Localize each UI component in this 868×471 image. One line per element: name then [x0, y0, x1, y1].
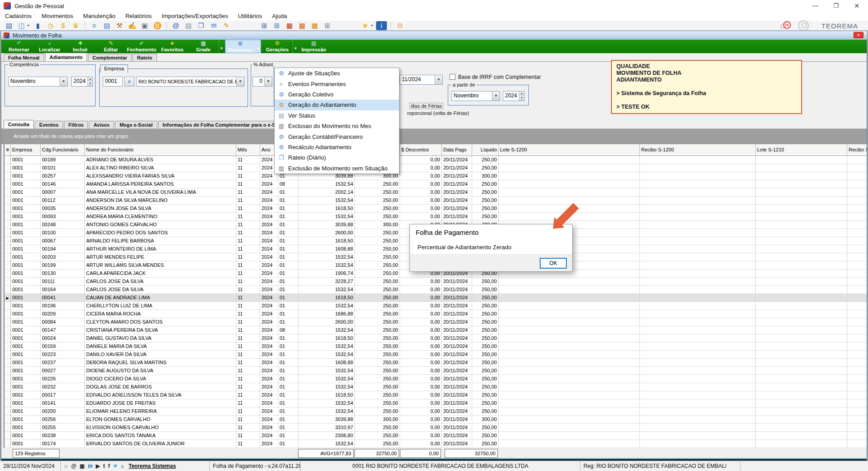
green-toolbar-button[interactable]: ✎ Editar ▼: [96, 40, 126, 53]
menu-item[interactable]: ▤ Ver Status: [275, 110, 399, 121]
empresa-name-select[interactable]: RIO BONITO NORDESTE FABRICACAO DE EMB▼: [136, 77, 244, 87]
table-row[interactable]: 0001 00232 DOGLAS JOSE DE BARROS 11 2024…: [5, 383, 867, 391]
award-icon[interactable]: ♛: [70, 21, 81, 30]
empresa-tab[interactable]: Empresa: [100, 64, 128, 73]
empresa-code-field[interactable]: 0001: [103, 77, 123, 87]
dropdown-caret-icon[interactable]: ▼: [219, 40, 224, 53]
report-icon[interactable]: ❒: [196, 21, 207, 30]
list-icon[interactable]: ≡: [89, 21, 100, 30]
table-row[interactable]: 0001 00237 DEBORA RAQUEL SILVA MARTINS 1…: [5, 359, 867, 367]
structure-icon[interactable]: ◫: [16, 21, 27, 30]
lock-icon[interactable]: ▩: [309, 21, 320, 30]
adiant-select[interactable]: 0▼: [253, 77, 272, 87]
table-row[interactable]: 0001 00200 ELIOMAR HELENO FERREIRA 11 20…: [5, 407, 867, 416]
table-row[interactable]: 0001 00007 ANA MARCELLE VILA NOVA DE OLI…: [5, 188, 867, 197]
competencia-year-stepper[interactable]: 2024 ▲▼: [71, 77, 93, 87]
column-header-descontos[interactable]: $ Descontos: [400, 144, 442, 156]
table-row[interactable]: 0001 00189 ADRIANO DE MOURA ALVES 11 202…: [5, 156, 867, 164]
structure-caret-icon[interactable]: ▾: [26, 21, 31, 30]
user-avatar[interactable]: [798, 20, 809, 31]
column-header-mes[interactable]: Mês: [236, 144, 260, 156]
favorites-icon[interactable]: ★: [360, 21, 371, 30]
table-row[interactable]: 0001 00141 EDUARDO JOSE DE FREITAS 11 20…: [5, 399, 867, 407]
column-header-indicator[interactable]: ≣: [5, 144, 11, 156]
menubar-item[interactable]: Cadastros: [0, 12, 37, 21]
chevron-down-icon[interactable]: ▼: [236, 77, 244, 86]
menubar-item[interactable]: Importações/Exportações: [156, 12, 233, 21]
power-icon[interactable]: ⊙: [395, 21, 405, 30]
sub-tab[interactable]: Informações de Folha Complementar para o…: [158, 121, 291, 128]
sub-tab[interactable]: Consulta: [4, 120, 34, 128]
table-row[interactable]: 0001 00256 ELTON GOMES CARVALHO 11 2024 …: [5, 416, 867, 424]
green-toolbar-button[interactable]: ▦ Grade ▼: [188, 40, 224, 53]
green-toolbar-button[interactable]: ⚙ Processos ▼: [225, 40, 261, 53]
column-header-data-pago[interactable]: Data Pago: [442, 144, 472, 156]
menu-item[interactable]: ⚙ Ajuste de Situações: [275, 68, 399, 78]
close-button[interactable]: ✕: [846, 0, 867, 12]
menubar-item[interactable]: Ajuda: [267, 12, 292, 21]
main-tab[interactable]: Complementar: [88, 54, 132, 61]
spacer[interactable]: [335, 21, 358, 30]
at-icon[interactable]: @: [170, 21, 181, 30]
review-icon[interactable]: ✍: [127, 21, 138, 30]
green-toolbar-button[interactable]: ✚ Incluir ▼: [65, 40, 95, 53]
chevron-down-icon[interactable]: ▼: [264, 77, 272, 86]
green-toolbar-button[interactable]: ⌕ Localizar ▼: [35, 40, 64, 53]
table-row[interactable]: 0001 00147 CRISTIANA PEREIRA DA SILVA 11…: [5, 326, 867, 334]
notifications-bell-icon[interactable]: 00: [781, 23, 786, 28]
green-toolbar-button[interactable]: ✔ Fechamento ▼: [127, 40, 156, 53]
instagram-icon[interactable]: ▣: [79, 463, 84, 469]
graduation-cap-icon[interactable]: ⌂: [121, 463, 124, 469]
table-row[interactable]: 0001 00146 AMANDA LARISSA PEREIRA SANTOS…: [5, 180, 867, 188]
menu-item[interactable]: ▥ Exclusao do Movimento no Mes: [275, 121, 399, 131]
sub-tab[interactable]: Avisos: [89, 121, 114, 128]
ok-button[interactable]: OK: [540, 258, 567, 269]
dropdown-caret-icon[interactable]: ▼: [293, 40, 298, 53]
separator[interactable]: [85, 22, 85, 30]
at-icon[interactable]: @: [71, 463, 77, 469]
green-toolbar-button[interactable]: ★ Favoritos ▼: [157, 40, 187, 53]
printer-icon[interactable]: ▣: [139, 21, 150, 30]
column-header-recibo-s1200[interactable]: Recibo S-1200: [640, 144, 756, 156]
menubar-item[interactable]: Relatórios: [120, 12, 157, 21]
calculator-icon[interactable]: ⊞: [271, 21, 282, 30]
menu-item[interactable]: ⌕ Eventos Permanentes: [275, 78, 399, 89]
sub-tab[interactable]: Msgs e-Social: [115, 121, 157, 128]
calendar-30-icon[interactable]: ▦: [284, 21, 295, 30]
group-by-band[interactable]: Arraste um título de coluna aqui para cr…: [1, 129, 867, 144]
menu-item[interactable]: ▥ Exclusão de Movimento sem Situação: [275, 163, 399, 174]
irrf-checkbox[interactable]: [450, 74, 455, 80]
menubar-item[interactable]: Manutenção: [78, 12, 120, 21]
column-header-empresa[interactable]: Empresa: [11, 144, 41, 156]
grid-calc-icon[interactable]: ⊞: [259, 21, 270, 30]
table-row[interactable]: 0001 00223 DANILO XAVIER DA SILVA 11 202…: [5, 351, 867, 359]
clock-icon[interactable]: ◷: [45, 21, 56, 30]
chevron-down-icon[interactable]: ▼: [435, 75, 442, 84]
minimize-button[interactable]: —: [805, 0, 826, 12]
teorema-link[interactable]: Teorema Sistemas: [129, 461, 176, 471]
worker-icon[interactable]: ⚒: [114, 21, 125, 30]
empresa-search-button[interactable]: ⌕: [124, 77, 134, 87]
column-header-liquido[interactable]: Líquido: [472, 144, 499, 156]
table-row[interactable]: 0001 00255 ELVISSON GOMES CARVALHO 11 20…: [5, 424, 867, 432]
table-row[interactable]: 0001 00209 CICERA MARIA ROCHA 11 2024 01…: [5, 310, 867, 318]
bank-icon[interactable]: $: [58, 21, 69, 30]
table-row[interactable]: 0001 00017 EDIVALDO ADIELISSON TELES DA …: [5, 391, 867, 399]
table-row[interactable]: 0001 00084 CLEYTON AMARO DOS SANTOS 11 2…: [5, 318, 867, 326]
table-row[interactable]: 0001 00257 ALEXSSANDRO VIEIRA FARIAS SIL…: [5, 172, 867, 180]
chevron-down-icon[interactable]: ▼: [492, 91, 500, 101]
table-row[interactable]: 0001 00196 CHERLLYTON LUIZ DE LIMA 11 20…: [5, 302, 867, 310]
twitter-icon[interactable]: t: [103, 463, 105, 469]
sub-tab[interactable]: Filtros: [64, 121, 88, 128]
menu-item[interactable]: ⚙ Geração Coletivo: [275, 89, 399, 100]
green-toolbar-button[interactable]: ⚙ Gerações ▼: [262, 40, 298, 53]
menu-item[interactable]: ⚙ Geração do Adiantamento: [275, 100, 399, 110]
linkedin-icon[interactable]: in: [88, 463, 93, 469]
table-row[interactable]: 0001 00164 CARLOS JOSE DA SILVA 11 2024 …: [5, 286, 867, 294]
apartir-month-select[interactable]: Novembro▼: [451, 91, 500, 101]
restore-button[interactable]: ❐: [826, 0, 846, 12]
edit-icon[interactable]: ✎: [221, 21, 232, 30]
table-row[interactable]: 0001 00111 CARLOS JOSE DA SILVA 11 2024 …: [5, 278, 867, 286]
apartir-year-stepper[interactable]: 2024 ▲▼: [503, 91, 524, 101]
spacer[interactable]: [234, 21, 257, 30]
